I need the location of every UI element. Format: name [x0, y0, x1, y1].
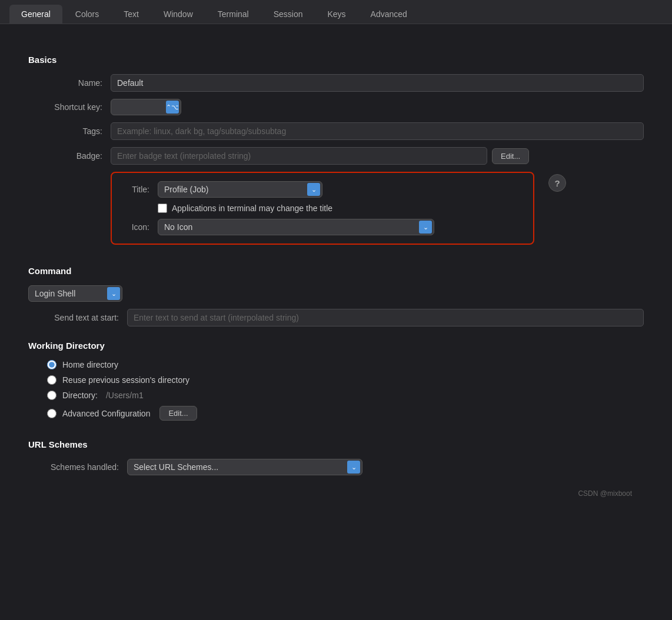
tab-session[interactable]: Session	[262, 5, 315, 24]
tab-window[interactable]: Window	[152, 5, 205, 24]
url-schemes-section-title: URL Schemes	[28, 439, 644, 449]
name-input[interactable]	[111, 74, 644, 92]
apps-change-title-label: Applications in terminal may change the …	[172, 204, 332, 213]
schemes-row: Schemes handled: Select URL Schemes... h…	[28, 459, 644, 475]
title-arrow-icon: ⌄	[307, 183, 320, 196]
schemes-arrow-icon: ⌄	[347, 461, 360, 474]
main-content: Basics Name: Shortcut key: ⌃⌥ Tags: Badg…	[0, 24, 672, 519]
tab-colors[interactable]: Colors	[64, 5, 111, 24]
radio-directory: Directory:	[47, 391, 644, 400]
tab-terminal[interactable]: Terminal	[206, 5, 261, 24]
radio-reuse-input[interactable]	[47, 375, 56, 385]
tab-bar: General Colors Text Window Terminal Sess…	[0, 0, 672, 24]
radio-advanced-config-input[interactable]	[47, 409, 56, 418]
shortcut-arrow-icon: ⌃⌥	[166, 101, 179, 114]
radio-advanced-config-label: Advanced Configuration	[62, 409, 150, 418]
help-button-wrap: ?	[541, 174, 566, 192]
radio-home-input[interactable]	[47, 360, 56, 369]
badge-label: Badge:	[28, 151, 111, 161]
icon-field-label: Icon:	[121, 222, 158, 232]
badge-input[interactable]	[111, 147, 487, 165]
send-text-label: Send text at start:	[28, 313, 127, 322]
title-select[interactable]: Profile (Job) Job TTY Profile Profile an…	[158, 181, 322, 198]
working-dir-section-title: Working Directory	[28, 341, 644, 351]
basics-section-title: Basics	[28, 55, 644, 65]
tab-keys[interactable]: Keys	[315, 5, 357, 24]
radio-home-label: Home directory	[62, 360, 118, 369]
shortcut-select-wrap: ⌃⌥	[111, 99, 181, 115]
apps-change-title-row: Applications in terminal may change the …	[158, 204, 524, 213]
icon-select[interactable]: No Icon Default Icon Custom Icon	[158, 219, 434, 235]
schemes-select-wrap: Select URL Schemes... http https ftp ssh…	[127, 459, 362, 475]
shell-arrow-icon: ⌄	[107, 287, 120, 300]
badge-row: Badge: Edit...	[28, 147, 644, 165]
radio-reuse-label: Reuse previous session's directory	[62, 375, 189, 385]
schemes-select[interactable]: Select URL Schemes... http https ftp ssh	[127, 459, 362, 475]
advanced-config-edit-button[interactable]: Edit...	[159, 406, 197, 421]
badge-edit-button[interactable]: Edit...	[492, 148, 529, 164]
radio-directory-label: Directory:	[62, 391, 98, 400]
title-dropdown-row: Title: Profile (Job) Job TTY Profile Pro…	[121, 181, 524, 198]
help-button[interactable]: ?	[548, 174, 566, 192]
name-label: Name:	[28, 78, 111, 88]
shortcut-label: Shortcut key:	[28, 102, 111, 112]
title-icon-box: Title: Profile (Job) Job TTY Profile Pro…	[111, 172, 534, 245]
watermark-text: CSDN @mixboot	[28, 482, 644, 502]
tags-label: Tags:	[28, 126, 111, 136]
icon-dropdown-row: Icon: No Icon Default Icon Custom Icon ⌄	[121, 219, 524, 235]
name-row: Name:	[28, 74, 644, 92]
title-field-label: Title:	[121, 185, 158, 194]
schemes-label: Schemes handled:	[28, 462, 127, 472]
shell-select-wrap: Login Shell Command SSH ⌄	[28, 285, 122, 302]
shortcut-row: Shortcut key: ⌃⌥	[28, 99, 644, 115]
command-section-title: Command	[28, 266, 644, 276]
send-text-row: Send text at start:	[28, 309, 644, 326]
apps-change-title-checkbox[interactable]	[158, 204, 167, 213]
radio-reuse: Reuse previous session's directory	[47, 375, 644, 385]
icon-select-wrap: No Icon Default Icon Custom Icon ⌄	[158, 219, 434, 235]
tags-input[interactable]	[111, 122, 644, 140]
icon-arrow-icon: ⌄	[419, 221, 432, 234]
tab-text[interactable]: Text	[112, 5, 151, 24]
working-dir-radio-group: Home directory Reuse previous session's …	[47, 360, 644, 421]
tags-row: Tags:	[28, 122, 644, 140]
title-icon-section-row: Title: Profile (Job) Job TTY Profile Pro…	[28, 172, 644, 252]
title-select-wrap: Profile (Job) Job TTY Profile Profile an…	[158, 181, 322, 198]
send-text-input[interactable]	[127, 309, 644, 326]
shell-row: Login Shell Command SSH ⌄	[28, 285, 644, 302]
tab-general[interactable]: General	[9, 5, 62, 24]
radio-directory-input[interactable]	[47, 391, 56, 400]
radio-home: Home directory	[47, 360, 644, 369]
radio-advanced-config: Advanced Configuration Edit...	[47, 406, 644, 421]
tab-advanced[interactable]: Advanced	[359, 5, 419, 24]
directory-path-input[interactable]	[104, 391, 221, 400]
